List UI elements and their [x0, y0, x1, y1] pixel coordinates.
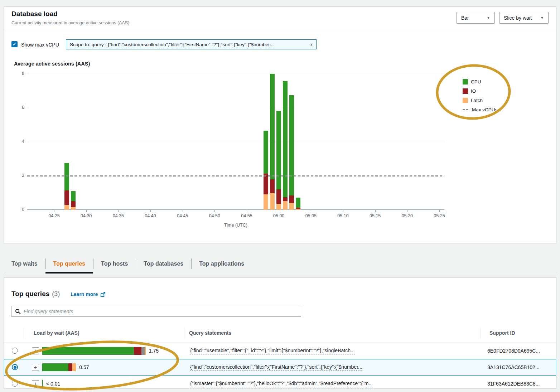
load-segment-cpu [42, 363, 68, 371]
radio-button[interactable] [12, 364, 18, 370]
x-axis-tick-label: 04:45 [177, 213, 188, 218]
tab-top-applications[interactable]: Top applications [191, 255, 252, 273]
tab-top-queries[interactable]: Top queries [45, 255, 93, 273]
support-id: 31F63A612DEB83C8... [487, 381, 540, 387]
x-axis-tick [54, 210, 54, 212]
support-id: 3A131C76AC65B102... [487, 364, 540, 370]
radio-button[interactable] [12, 381, 18, 387]
bar-segment-io-04:59[interactable] [270, 179, 275, 193]
bar-segment-cpu-05:02[interactable] [289, 95, 294, 195]
legend-item-cpu[interactable]: CPU [463, 77, 497, 86]
legend-label: Latch [471, 98, 483, 103]
legend-dash-swatch [463, 109, 469, 110]
bar-segment-latch-05:03[interactable] [296, 209, 300, 210]
slice-by-dropdown[interactable]: Slice by wait ▼ [499, 12, 549, 24]
x-axis-tick-label: 04:40 [145, 213, 156, 218]
chart-type-dropdown[interactable]: Bar ▼ [457, 12, 495, 24]
bar-segment-cpu-04:59[interactable] [270, 74, 275, 179]
load-value: 0.57 [79, 364, 89, 370]
chart-legend: CPUIOLatchMax vCPUs [463, 77, 497, 114]
load-by-wait-bar [42, 363, 76, 371]
y-axis-tick-label: 0 [12, 207, 24, 212]
max-vcpus-line [27, 175, 444, 176]
scope-filter-tag: Scope to: query : {"find":"customerscoll… [66, 39, 317, 49]
bar-segment-cpu-05:01[interactable] [283, 81, 288, 197]
tab-top-hosts[interactable]: Top hosts [93, 255, 136, 273]
query-search-box[interactable] [11, 306, 301, 317]
top-queries-title: Top queries [11, 290, 49, 298]
legend-swatch [463, 88, 468, 94]
x-axis-tick [407, 210, 407, 212]
radio-button[interactable] [12, 348, 18, 354]
support-id: 6E0FD2708D0A695C... [487, 348, 540, 354]
bar-segment-latch-04:28[interactable] [71, 207, 76, 210]
column-divider [24, 328, 24, 339]
bar-segment-io-05:03[interactable] [296, 208, 300, 209]
column-header-load: Load by wait (AAS) [34, 330, 79, 336]
legend-swatch [463, 98, 468, 103]
legend-item-io[interactable]: IO [463, 86, 497, 96]
expand-row-icon[interactable]: + [32, 380, 39, 387]
bar-segment-latch-05:01[interactable] [283, 201, 288, 210]
load-segment-other [141, 347, 145, 355]
bar-segment-latch-05:00[interactable] [276, 204, 281, 210]
divider [4, 31, 556, 31]
x-axis-tick [183, 210, 183, 212]
bar-segment-cpu-04:58[interactable] [264, 131, 268, 174]
table-header: Load by wait (AAS) Query statements Supp… [4, 324, 556, 342]
bar-segment-cpu-05:03[interactable] [296, 198, 300, 208]
expand-row-icon[interactable]: + [32, 347, 39, 354]
aas-bar-chart: 0246804:2504:3004:3504:4004:4504:5004:55… [27, 74, 444, 210]
column-divider [480, 328, 481, 339]
bar-segment-io-05:02[interactable] [289, 195, 294, 203]
legend-item-latch[interactable]: Latch [463, 96, 497, 105]
panel-title: Database load [11, 10, 58, 18]
tab-top-databases[interactable]: Top databases [136, 255, 191, 273]
table-row[interactable]: + 0.57 {"find":"customerscollection","fi… [4, 359, 556, 376]
bar-segment-io-04:58[interactable] [264, 174, 268, 194]
detail-tabs: Top waitsTop queriesTop hostsTop databas… [4, 255, 556, 273]
tab-top-waits[interactable]: Top waits [4, 255, 45, 273]
x-axis-tick [439, 210, 440, 212]
query-statement-link[interactable]: {"find":"customerscollection","filter":{… [190, 364, 362, 371]
x-axis-tick [311, 210, 311, 212]
load-segment-io [68, 363, 72, 371]
query-statement-link[interactable]: {"find":"usertable","filter":{"_id":"?"}… [190, 348, 355, 354]
learn-more-link[interactable]: Learn more [71, 291, 105, 297]
bar-segment-cpu-04:28[interactable] [71, 191, 76, 201]
show-max-vcpu-checkbox[interactable]: ✓ [11, 41, 18, 47]
bar-segment-latch-04:58[interactable] [264, 194, 268, 210]
x-axis-tick-label: 04:25 [48, 213, 59, 218]
bar-segment-latch-04:27[interactable] [64, 205, 69, 210]
expand-row-icon[interactable]: + [32, 364, 39, 371]
bar-segment-latch-05:02[interactable] [289, 203, 294, 210]
slice-by-value: Slice by wait [504, 15, 532, 21]
x-axis-tick [375, 210, 376, 212]
bar-segment-cpu-05:00[interactable] [276, 111, 281, 190]
bar-segment-cpu-04:27[interactable] [64, 163, 69, 190]
top-queries-count: (3) [52, 290, 60, 298]
bar-segment-latch-04:59[interactable] [270, 193, 275, 210]
bar-segment-io-04:27[interactable] [64, 190, 69, 205]
bar-segment-io-05:01[interactable] [283, 197, 288, 201]
x-axis-tick-label: 04:55 [241, 213, 252, 218]
gridline [27, 108, 444, 108]
x-axis-tick-label: 05:05 [305, 213, 317, 218]
gridline [27, 142, 444, 142]
bar-segment-io-04:28[interactable] [71, 201, 76, 207]
legend-item-max-vcpus[interactable]: Max vCPUs [463, 105, 497, 114]
table-row[interactable]: + 1.75 {"find":"usertable","filter":{"_i… [4, 343, 556, 359]
bar-segment-io-05:00[interactable] [276, 189, 281, 203]
load-value: < 0.01 [46, 381, 60, 387]
database-load-panel: Database load Current activity measured … [4, 6, 556, 243]
x-axis-tick [150, 210, 151, 212]
load-segment-latch [145, 347, 145, 355]
search-icon [15, 309, 21, 314]
search-input[interactable] [24, 309, 297, 314]
scope-filter-close-icon[interactable]: x [310, 42, 313, 47]
x-axis-tick-label: 05:20 [402, 213, 413, 218]
table-row[interactable]: + < 0.01 {"ismaster":{"$numberInt":"?"},… [4, 376, 556, 389]
legend-label: CPU [471, 79, 481, 84]
load-segment-latch [72, 363, 76, 371]
query-statement-link[interactable]: {"ismaster":{"$numberInt":"?"},"helloOk"… [190, 381, 373, 387]
